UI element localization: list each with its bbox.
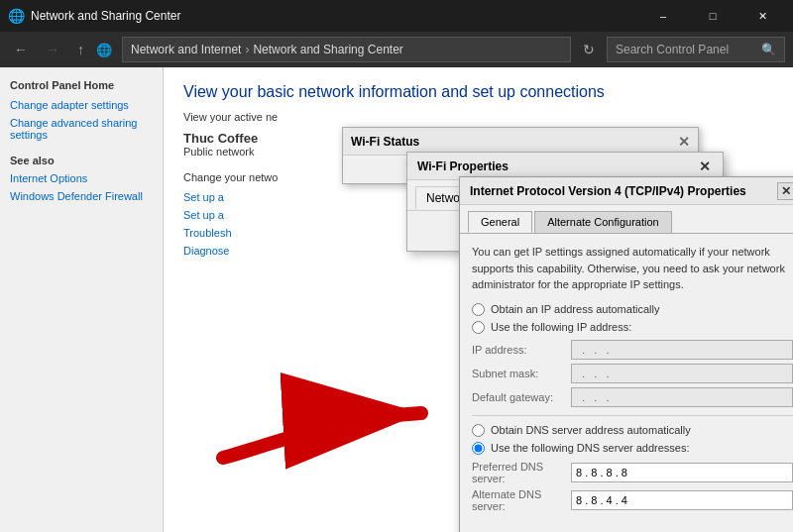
wifi-status-title: Wi-Fi Status: [351, 135, 419, 149]
ip-address-dots: . . .: [576, 344, 610, 356]
refresh-button[interactable]: ↻: [577, 38, 601, 61]
radio-auto-dns-label: Obtain DNS server address automatically: [491, 424, 691, 436]
sidebar: Control Panel Home Change adapter settin…: [0, 67, 164, 532]
tcp-close-button[interactable]: ✕: [777, 182, 793, 200]
sidebar-link-internet-options[interactable]: Internet Options: [10, 172, 153, 184]
gateway-row: Default gateway: . . .: [472, 387, 793, 407]
subnet-label: Subnet mask:: [472, 368, 571, 379]
ip-address-row: IP address: . . .: [472, 340, 793, 360]
path-segment-1: Network and Internet: [131, 43, 241, 56]
path-separator-1: ›: [245, 43, 249, 56]
subnet-field[interactable]: . . .: [571, 364, 793, 383]
gateway-label: Default gateway:: [472, 391, 571, 403]
dns-radio-group: Obtain DNS server address automatically …: [472, 424, 793, 455]
dns-field-group: Preferred DNS server: 8 . 8 . 8 . 8 Alte…: [472, 461, 793, 512]
preferred-dns-value: 8 . 8 . 8 . 8: [576, 467, 627, 479]
app-icon: 🌐: [8, 8, 25, 24]
radio-manual-dns-input[interactable]: [472, 442, 485, 455]
alternate-dns-value: 8 . 8 . 4 . 4: [576, 494, 627, 506]
tcp-tabs: General Alternate Configuration: [460, 205, 793, 234]
radio-auto-ip-label: Obtain an IP address automatically: [491, 303, 659, 315]
radio-auto-dns-input[interactable]: [472, 424, 485, 437]
subnet-dots: . . .: [576, 368, 610, 379]
close-button[interactable]: ✕: [739, 0, 785, 32]
sidebar-link-sharing[interactable]: Change advanced sharing settings: [10, 117, 153, 141]
tab-alternate[interactable]: Alternate Configuration: [534, 211, 672, 233]
alternate-dns-row: Alternate DNS server: 8 . 8 . 4 . 4: [472, 488, 793, 512]
tcp-description: You can get IP settings assigned automat…: [472, 244, 793, 293]
search-placeholder: Search Control Panel: [616, 43, 761, 56]
see-also-label: See also: [10, 155, 153, 166]
wifi-props-close[interactable]: ✕: [697, 159, 713, 174]
address-bar: ← → ↑ 🌐 Network and Internet › Network a…: [0, 32, 793, 67]
ip-field-group: IP address: . . . Subnet mask: . . . Def: [472, 340, 793, 407]
alternate-dns-label: Alternate DNS server:: [472, 488, 571, 512]
search-icon: 🔍: [761, 43, 776, 56]
gateway-dots: . . .: [576, 391, 610, 403]
preferred-dns-field[interactable]: 8 . 8 . 8 . 8: [571, 463, 793, 482]
maximize-button[interactable]: □: [690, 0, 736, 32]
ip-address-label: IP address:: [472, 344, 571, 356]
wifi-status-close[interactable]: ✕: [678, 134, 690, 150]
title-bar: 🌐 Network and Sharing Center – □ ✕: [0, 0, 793, 32]
radio-auto-ip[interactable]: Obtain an IP address automatically: [472, 303, 793, 316]
subnet-mask-row: Subnet mask: . . .: [472, 364, 793, 383]
active-networks-label: View your active ne: [183, 111, 773, 123]
red-arrow: [183, 359, 481, 478]
validate-row: Validate settings upon exit Advanced...: [460, 526, 793, 533]
ip-address-field[interactable]: . . .: [571, 340, 793, 360]
search-box[interactable]: Search Control Panel 🔍: [607, 37, 785, 62]
alternate-dns-field[interactable]: 8 . 8 . 4 . 4: [571, 490, 793, 510]
tcp-title: Internet Protocol Version 4 (TCP/IPv4) P…: [470, 184, 746, 198]
gateway-field[interactable]: . . .: [571, 387, 793, 407]
radio-manual-ip-input[interactable]: [472, 321, 485, 334]
see-also-section: See also Internet Options Windows Defend…: [10, 155, 153, 202]
preferred-dns-label: Preferred DNS server:: [472, 461, 571, 484]
tcp-body: You can get IP settings assigned automat…: [460, 234, 793, 526]
tcp-dialog: Internet Protocol Version 4 (TCP/IPv4) P…: [459, 176, 793, 532]
sidebar-title: Control Panel Home: [10, 79, 153, 91]
radio-manual-ip[interactable]: Use the following IP address:: [472, 321, 793, 334]
back-button[interactable]: ←: [8, 38, 34, 61]
divider: [472, 415, 793, 416]
window-title: Network and Sharing Center: [31, 9, 180, 23]
radio-manual-ip-label: Use the following IP address:: [491, 321, 631, 333]
sidebar-link-firewall[interactable]: Windows Defender Firewall: [10, 190, 153, 202]
ip-radio-group: Obtain an IP address automatically Use t…: [472, 303, 793, 334]
radio-manual-dns-label: Use the following DNS server addresses:: [491, 442, 690, 454]
tab-general[interactable]: General: [468, 211, 532, 233]
preferred-dns-row: Preferred DNS server: 8 . 8 . 8 . 8: [472, 461, 793, 484]
main-content: Control Panel Home Change adapter settin…: [0, 67, 793, 532]
radio-auto-dns[interactable]: Obtain DNS server address automatically: [472, 424, 793, 437]
content-area: View your basic network information and …: [164, 67, 793, 532]
wifi-props-title: Wi-Fi Properties: [417, 160, 509, 173]
forward-button[interactable]: →: [40, 38, 65, 61]
sidebar-link-adapter[interactable]: Change adapter settings: [10, 99, 153, 111]
tcp-titlebar: Internet Protocol Version 4 (TCP/IPv4) P…: [460, 177, 793, 205]
address-path[interactable]: Network and Internet › Network and Shari…: [122, 37, 571, 62]
path-segment-2: Network and Sharing Center: [253, 43, 402, 56]
radio-auto-ip-input[interactable]: [472, 303, 485, 316]
minimize-button[interactable]: –: [640, 0, 686, 32]
radio-manual-dns[interactable]: Use the following DNS server addresses:: [472, 442, 793, 455]
up-button[interactable]: ↑: [71, 38, 90, 61]
page-title: View your basic network information and …: [183, 83, 773, 101]
